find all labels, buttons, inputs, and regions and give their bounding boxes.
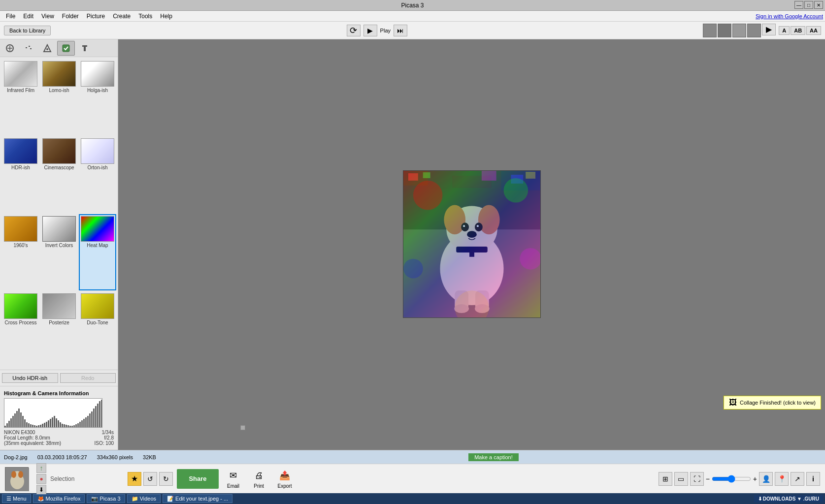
svg-rect-30	[56, 418, 57, 428]
folder-icon[interactable]: ⬇	[36, 485, 46, 495]
slideshow-button[interactable]: ⟳	[347, 25, 361, 36]
menu-edit[interactable]: Edit	[19, 12, 37, 21]
forward-arrow[interactable]: ▶	[762, 24, 776, 35]
histogram-info: NIKON E4300 1/34s Focal Length: 8.0mm f/…	[4, 430, 114, 446]
menu-help[interactable]: Help	[156, 12, 176, 21]
export-label: Export	[278, 483, 292, 489]
histogram-chart	[4, 398, 102, 428]
svg-rect-37	[69, 426, 71, 428]
date-taken: 03.03.2003 18:05:27	[37, 454, 87, 460]
share-button[interactable]: Share	[177, 469, 218, 489]
filters-tool[interactable]	[57, 41, 75, 56]
rotate-ccw-button[interactable]: ↺	[143, 472, 157, 486]
effect-heat-map[interactable]: Heat Map	[79, 214, 116, 290]
zoom-plus[interactable]: +	[753, 475, 757, 483]
svg-rect-4	[4, 426, 6, 428]
effect-thumb-cinemascope	[42, 138, 76, 164]
location-button[interactable]: 📍	[775, 472, 789, 486]
fullscreen-button[interactable]: ⛶	[690, 472, 704, 486]
effect-cinemascope[interactable]: Cinemascope	[40, 136, 78, 213]
effect-label-heatmap: Heat Map	[87, 243, 108, 248]
menu-file[interactable]: File	[2, 12, 19, 21]
taskbar-picasa[interactable]: 📷 Picasa 3	[87, 494, 125, 503]
menu-folder[interactable]: Folder	[58, 12, 83, 21]
effect-hdr-ish[interactable]: HDR-ish	[2, 136, 39, 213]
share-nav-button[interactable]: ↗	[791, 472, 804, 486]
back-to-library-button[interactable]: Back to Library	[4, 26, 51, 35]
play-button[interactable]: ▶	[363, 25, 377, 36]
scrollbar-indicator[interactable]	[240, 425, 245, 430]
zoom-minus[interactable]: −	[706, 475, 710, 483]
text-style-aa[interactable]: AA	[806, 26, 821, 35]
title-bar: Picasa 3 — □ ✕	[0, 0, 825, 11]
email-action[interactable]: ✉ Email	[223, 467, 244, 491]
zoom-range[interactable]	[712, 475, 751, 483]
videos-icon: 📁	[132, 496, 138, 502]
grid-view-button[interactable]: ⊞	[659, 472, 672, 486]
text-style-ab[interactable]: AB	[791, 26, 805, 35]
effect-1960s[interactable]: 1960's	[2, 214, 39, 290]
menu-picture[interactable]: Picture	[83, 12, 109, 21]
star-button[interactable]: ★	[128, 472, 141, 486]
svg-rect-15	[26, 422, 28, 428]
basic-fixes-tool[interactable]	[1, 41, 19, 56]
sign-in-link[interactable]: Sign in with Google Account	[756, 13, 823, 19]
export-action[interactable]: 📤 Export	[274, 467, 296, 491]
svg-point-80	[413, 180, 442, 210]
svg-rect-27	[50, 419, 51, 428]
resolution: 334x360 pixels	[97, 454, 133, 460]
rotate-cw-button[interactable]: ↻	[159, 472, 173, 486]
start-button[interactable]: ☰ Menu	[2, 494, 31, 503]
svg-rect-26	[48, 420, 49, 428]
downloads-badge[interactable]: ⬇ DOWNLOADS ▼ .GURU	[754, 495, 823, 503]
redo-button[interactable]: Redo	[60, 373, 116, 383]
thumb-1[interactable]	[703, 24, 717, 37]
taskbar-videos[interactable]: 📁 Videos	[127, 494, 161, 503]
effect-lomo-ish[interactable]: Lomo-ish	[40, 59, 78, 135]
next-button[interactable]: ⏭	[394, 25, 407, 36]
svg-rect-18	[32, 425, 33, 428]
collage-notification[interactable]: 🖼 Collage Finished! (click to view)	[724, 396, 821, 410]
info-button[interactable]: i	[806, 472, 820, 486]
maximize-button[interactable]: □	[804, 1, 813, 9]
effect-invert-colors[interactable]: Invert Colors	[40, 214, 78, 290]
close-button[interactable]: ✕	[814, 1, 823, 9]
svg-rect-31	[58, 420, 59, 428]
thumb-3[interactable]	[732, 24, 746, 37]
email-icon: ✉	[227, 469, 240, 482]
effect-holga-ish[interactable]: Holga-ish	[79, 59, 116, 135]
taskbar-firefox[interactable]: 🦊 Mozilla Firefox	[33, 494, 85, 503]
caption-button[interactable]: Make a caption!	[468, 453, 519, 461]
menu-create[interactable]: Create	[109, 12, 134, 21]
svg-rect-32	[60, 422, 61, 428]
filmstrip-button[interactable]: ▭	[674, 472, 688, 486]
menu-tools[interactable]: Tools	[134, 12, 156, 21]
iso: ISO: 100	[95, 441, 114, 446]
firefox-icon: 🦊	[37, 496, 44, 502]
thumb-4[interactable]	[747, 24, 761, 37]
text-style-buttons: A AB AA	[779, 26, 821, 35]
effect-infrared-film[interactable]: Infrared Film	[2, 59, 39, 135]
menu-view[interactable]: View	[37, 12, 58, 21]
taskbar-edit-text[interactable]: 📝 Edit your text.jpeg - ...	[163, 494, 232, 503]
effect-duo-tone[interactable]: Duo-Tone	[79, 291, 116, 368]
effect-cross-process[interactable]: Cross Process	[2, 291, 39, 368]
print-action[interactable]: 🖨 Print	[248, 467, 270, 491]
effect-thumb-invert	[42, 216, 76, 242]
text-style-a[interactable]: A	[779, 26, 790, 35]
circle-icon[interactable]: ●	[36, 474, 46, 484]
effect-thumb-orton	[81, 138, 114, 164]
effect-orton-ish[interactable]: Orton-ish	[79, 136, 116, 213]
effects-tool active[interactable]	[38, 41, 56, 56]
edit-icon: 📝	[167, 496, 174, 502]
undo-button[interactable]: Undo HDR-ish	[2, 373, 58, 383]
effect-label-infrared: Infrared Film	[7, 88, 34, 93]
effect-posterize[interactable]: Posterize	[40, 291, 78, 368]
thumb-2[interactable]	[718, 24, 731, 37]
upload-icon[interactable]: ↑	[36, 463, 46, 473]
svg-rect-49	[93, 409, 95, 428]
text-tool[interactable]	[76, 41, 94, 56]
people-button[interactable]: 👤	[759, 472, 773, 486]
minimize-button[interactable]: —	[794, 1, 803, 9]
tuning-tool[interactable]	[20, 41, 37, 56]
